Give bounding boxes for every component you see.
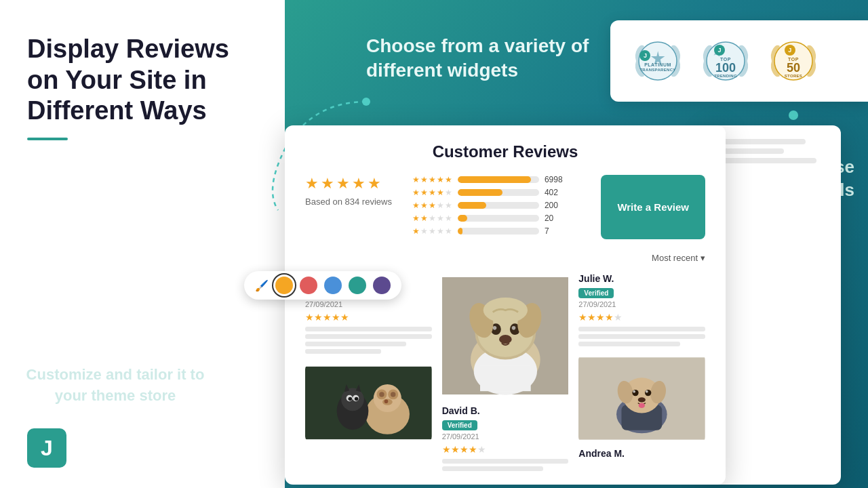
svg-point-48 — [638, 397, 646, 402]
svg-point-22 — [355, 397, 359, 401]
widget-card-right — [705, 125, 841, 485]
svg-point-11 — [379, 392, 384, 396]
choose-text: Choose from a variety of different widge… — [366, 34, 624, 83]
bar-row-5: ★★★★★ 6998 — [412, 175, 580, 184]
svg-point-44 — [633, 390, 639, 396]
svg-point-33 — [511, 326, 515, 330]
svg-rect-6 — [305, 367, 432, 439]
dot-decoration — [789, 110, 798, 120]
svg-point-21 — [348, 397, 352, 401]
sort-row: Most recent ▾ — [305, 253, 705, 263]
badge-platinum: J PLATINUM TRANSPARENCY — [631, 34, 685, 88]
based-on-text: Based on 834 reviews — [305, 197, 392, 207]
bar-row-4: ★★★★★ 402 — [412, 188, 580, 197]
write-review-button[interactable]: Write a Review — [601, 175, 705, 239]
bar-row-2: ★★★★★ 20 — [412, 214, 580, 223]
j-logo: J — [27, 428, 66, 468]
svg-point-34 — [499, 335, 512, 344]
svg-point-0 — [362, 98, 370, 106]
right-card-content — [719, 139, 827, 163]
reviews-grid: Laura J. Verified 27/09/2021 ★★★★★ — [305, 273, 705, 471]
color-red[interactable] — [300, 277, 317, 294]
bar-row-3: ★★★★★ 200 — [412, 201, 580, 210]
big-stars: ★ ★ ★ ★ ★ — [305, 175, 392, 192]
color-toolbar: 🖌️ — [244, 271, 401, 300]
main-title: Display Reviews on Your Site in Differen… — [27, 34, 258, 127]
cat-bear-container — [305, 364, 432, 442]
small-dog-image — [578, 354, 705, 443]
svg-point-47 — [646, 390, 648, 393]
title-underline — [27, 138, 68, 140]
rating-bars: ★★★★★ 6998 ★★★★★ 402 ★★★★★ 200 ★★★★★ 20 — [412, 175, 580, 239]
widget-card: Customer Reviews ★ ★ ★ ★ ★ Based on 834 … — [285, 125, 726, 485]
svg-point-46 — [633, 390, 636, 393]
review-julie-column: Julie W. Verified 27/09/2021 ★★★★★ — [578, 273, 705, 471]
badges-panel: J PLATINUM TRANSPARENCY J TOP 100 TRENDI… — [610, 20, 868, 102]
badge-j-platinum: J — [639, 50, 650, 61]
bar-row-1: ★★★★★ 7 — [412, 226, 580, 236]
paint-icon: 🖌️ — [255, 279, 269, 292]
widget-title: Customer Reviews — [305, 142, 705, 161]
dog-image-container — [442, 273, 569, 399]
svg-rect-27 — [480, 366, 531, 391]
svg-point-8 — [374, 384, 401, 412]
customize-text: Customize and tailor it to your theme st… — [20, 365, 210, 407]
svg-point-32 — [492, 326, 496, 330]
cat-bear-image — [305, 364, 432, 442]
review-laura: Laura J. Verified 27/09/2021 ★★★★★ — [305, 273, 432, 471]
badge-top100: J TOP 100 TRENDING — [698, 34, 753, 88]
badge-top50: J TOP 50 STORES — [766, 34, 821, 88]
svg-point-45 — [645, 390, 651, 396]
svg-point-14 — [384, 399, 389, 403]
rating-summary: ★ ★ ★ ★ ★ Based on 834 reviews — [305, 175, 392, 239]
color-yellow[interactable] — [275, 277, 293, 294]
review-andrea: Andrea M. — [578, 448, 705, 459]
badge-j-top50: J — [785, 45, 795, 56]
left-panel: Display Reviews on Your Site in Differen… — [0, 0, 285, 488]
review-dog-column: David B. Verified 27/09/2021 ★★★★★ — [442, 273, 569, 471]
color-purple[interactable] — [373, 277, 391, 294]
badge-j-top100: J — [714, 45, 725, 56]
color-blue[interactable] — [324, 277, 342, 294]
widget-top: ★ ★ ★ ★ ★ Based on 834 reviews ★★★★★ 699… — [305, 175, 705, 239]
svg-point-12 — [391, 392, 395, 396]
svg-point-49 — [639, 403, 645, 408]
color-teal[interactable] — [349, 277, 366, 294]
